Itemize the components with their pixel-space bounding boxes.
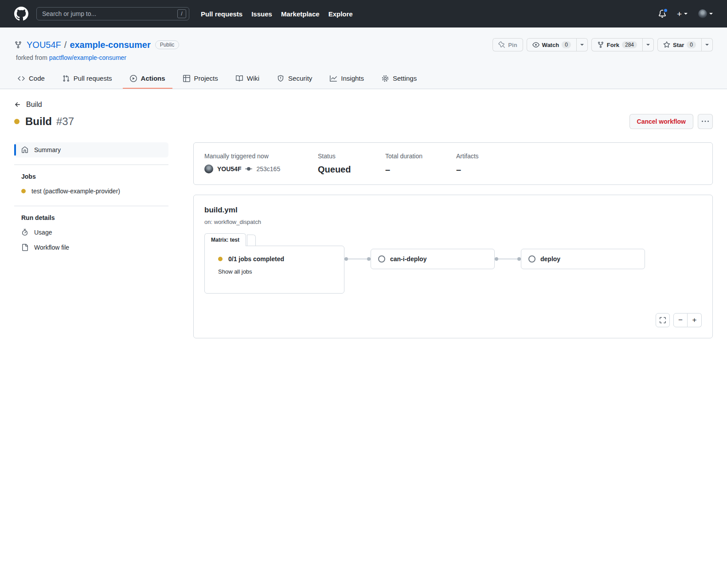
fork-source-link[interactable]: pactflow/example-consumer xyxy=(49,54,126,61)
matrix-group: 0/1 jobs completed Show all jobs xyxy=(204,246,344,294)
status-label: Status xyxy=(318,153,385,160)
matrix-tab[interactable]: Matrix: test xyxy=(204,233,246,246)
graph-controls: − + xyxy=(656,313,702,327)
caret-down-icon xyxy=(646,44,650,47)
run-main-column: Manually triggered now YOU54F 253c165 St… xyxy=(193,142,713,338)
summary-label: Summary xyxy=(34,146,61,153)
fork-dropdown-button[interactable] xyxy=(642,38,654,51)
connector xyxy=(498,259,517,259)
job-status-dot xyxy=(21,189,26,193)
star-button[interactable]: Star 0 xyxy=(657,38,702,51)
workflow-graph-header: build.yml on: workflow_dispatch xyxy=(194,195,712,225)
search-box: / xyxy=(36,7,189,20)
actor-name: YOU54F xyxy=(217,165,241,172)
repo-header: YOU54F / example-consumer Public Pin Wat… xyxy=(0,27,727,89)
pin-button[interactable]: Pin xyxy=(492,38,523,51)
run-title-row: Build #37 Cancel workflow xyxy=(14,114,713,129)
more-options-button[interactable] xyxy=(698,114,713,129)
trigger-label: Manually triggered now xyxy=(204,153,318,160)
notifications-button[interactable] xyxy=(658,10,666,18)
star-dropdown-button[interactable] xyxy=(701,38,713,51)
top-navigation-bar: / Pull requests Issues Marketplace Explo… xyxy=(0,0,727,27)
visibility-badge: Public xyxy=(155,40,180,49)
tab-insights[interactable]: Insights xyxy=(323,69,371,89)
global-nav: Pull requests Issues Marketplace Explore xyxy=(201,10,353,18)
workflow-graph-card: build.yml on: workflow_dispatch Matrix: … xyxy=(193,195,713,338)
jobs-section: Jobs test (pactflow-example-provider) xyxy=(14,165,168,206)
matrix-stacked-tab xyxy=(247,235,256,246)
zoom-out-button[interactable]: − xyxy=(673,313,688,327)
zoom-in-button[interactable]: + xyxy=(688,313,702,327)
slash-key-hint: / xyxy=(177,9,186,18)
artifacts-value: – xyxy=(456,165,479,175)
sidebar-item-summary[interactable]: Summary xyxy=(14,142,168,157)
play-circle-icon xyxy=(130,75,137,82)
caret-down-icon xyxy=(709,13,713,16)
nav-marketplace[interactable]: Marketplace xyxy=(281,10,320,18)
user-menu-button[interactable] xyxy=(698,9,713,18)
sidebar-item-workflow-file[interactable]: Workflow file xyxy=(14,240,168,255)
pin-label: Pin xyxy=(508,42,517,48)
search-input[interactable] xyxy=(36,7,189,20)
workflow-file-name: build.yml xyxy=(204,206,702,215)
status-value: Queued xyxy=(318,165,385,175)
repo-owner-link[interactable]: YOU54F xyxy=(27,40,61,50)
back-link[interactable]: Build xyxy=(14,101,42,109)
kebab-icon xyxy=(702,118,709,125)
actor-avatar xyxy=(204,165,213,173)
commit-sha-link[interactable]: 253c165 xyxy=(256,165,280,172)
repo-separator: / xyxy=(64,40,67,50)
tab-security[interactable]: Security xyxy=(270,69,319,89)
run-details-section: Run details Usage Workflow file xyxy=(14,206,168,262)
tab-pull-requests[interactable]: Pull requests xyxy=(55,69,119,89)
topbar-right: + xyxy=(658,9,713,18)
watch-button[interactable]: Watch 0 xyxy=(527,38,577,51)
repo-forked-icon xyxy=(14,41,22,49)
github-logo-icon[interactable] xyxy=(14,7,28,21)
tab-actions[interactable]: Actions xyxy=(123,69,172,89)
fork-button[interactable]: Fork 284 xyxy=(591,38,643,51)
tab-settings[interactable]: Settings xyxy=(375,69,424,89)
nav-issues[interactable]: Issues xyxy=(251,10,272,18)
tab-label: Pull requests xyxy=(74,74,112,82)
run-number: #37 xyxy=(56,115,74,128)
run-sidebar: Summary Jobs test (pactflow-example-prov… xyxy=(14,142,168,338)
cancel-workflow-button[interactable]: Cancel workflow xyxy=(629,114,693,129)
fullscreen-button[interactable] xyxy=(656,313,670,327)
sidebar-item-usage[interactable]: Usage xyxy=(14,225,168,240)
caret-down-icon xyxy=(580,44,584,47)
watch-dropdown-button[interactable] xyxy=(576,38,588,51)
nav-pull-requests[interactable]: Pull requests xyxy=(201,10,242,18)
fork-button-group: Fork 284 xyxy=(591,38,654,51)
trigger-column: Manually triggered now YOU54F 253c165 xyxy=(204,153,318,175)
workflow-trigger: on: workflow_dispatch xyxy=(204,219,702,225)
node-deploy[interactable]: deploy xyxy=(521,249,645,269)
matrix-progress: 0/1 jobs completed xyxy=(228,255,284,263)
tab-code[interactable]: Code xyxy=(11,69,52,89)
pull-request-icon xyxy=(63,75,70,82)
user-avatar xyxy=(698,9,707,18)
job-label: test (pactflow-example-provider) xyxy=(31,188,120,195)
workflow-file-label: Workflow file xyxy=(34,244,69,251)
create-new-button[interactable]: + xyxy=(677,10,688,18)
commit-icon xyxy=(245,165,252,172)
nav-explore[interactable]: Explore xyxy=(328,10,353,18)
file-icon xyxy=(21,244,28,251)
artifacts-column: Artifacts – xyxy=(456,153,479,175)
node-label: can-i-deploy xyxy=(390,255,426,263)
run-title: Build xyxy=(25,115,52,128)
repo-title-row: YOU54F / example-consumer Public Pin Wat… xyxy=(0,38,727,51)
tab-label: Settings xyxy=(393,74,417,82)
github-logo-icon xyxy=(14,7,28,21)
sidebar-job-item[interactable]: test (pactflow-example-provider) xyxy=(14,184,168,199)
repo-name-link[interactable]: example-consumer xyxy=(70,40,150,50)
pending-circle-icon xyxy=(528,255,535,263)
repo-forked-icon xyxy=(597,41,604,48)
tab-wiki[interactable]: Wiki xyxy=(229,69,266,89)
show-all-jobs-link[interactable]: Show all jobs xyxy=(218,268,252,275)
status-column: Status Queued xyxy=(318,153,385,175)
watch-count: 0 xyxy=(562,41,571,48)
node-can-i-deploy[interactable]: can-i-deploy xyxy=(371,249,495,269)
tab-projects[interactable]: Projects xyxy=(176,69,225,89)
fork-notice-text: forked from xyxy=(16,54,47,61)
